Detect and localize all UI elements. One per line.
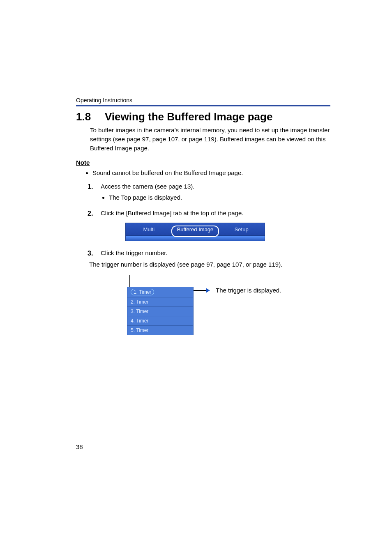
- step-2: 2. Click the [Buffered Image] tab at the…: [88, 209, 330, 219]
- page-number: 38: [76, 443, 83, 450]
- running-header: Operating Instructions: [76, 97, 330, 104]
- note-label: Note: [76, 159, 330, 166]
- tab-buffered-image-label: Buffered Image: [177, 226, 214, 233]
- trigger-caption: The trigger number is displayed (see pag…: [89, 261, 330, 268]
- tab-multi-label: Multi: [143, 226, 154, 233]
- note-list: Sound cannot be buffered on the Buffered…: [92, 169, 330, 176]
- tab-multi[interactable]: Multi: [126, 226, 172, 233]
- step-3: 3. Click the trigger number.: [88, 249, 330, 258]
- callout-text: The trigger is displayed.: [216, 287, 281, 294]
- step-3-text: Click the trigger number.: [101, 249, 168, 256]
- step-1-sub-item: The Top page is displayed.: [109, 193, 330, 203]
- step-1: 1. Access the camera (see page 13). The …: [88, 182, 330, 206]
- callout-arrow-icon: [206, 288, 210, 293]
- tab-accent-bar: [125, 236, 265, 241]
- trigger-item-5-label: 5. Timer: [131, 327, 148, 333]
- trigger-item-4-label: 4. Timer: [131, 318, 148, 324]
- trigger-item-5[interactable]: 5. Timer: [127, 325, 193, 335]
- trigger-item-1[interactable]: 1. Timer: [127, 287, 193, 297]
- step-1-number: 1.: [88, 182, 101, 192]
- trigger-item-2-label: 2. Timer: [131, 299, 148, 305]
- step-1-sublist: The Top page is displayed.: [109, 193, 330, 203]
- step-1-text: Access the camera (see page 13).: [101, 183, 194, 190]
- section-title-text: Viewing the Buffered Image page: [105, 111, 272, 123]
- section-number: 1.8: [76, 111, 105, 123]
- trigger-item-4[interactable]: 4. Timer: [127, 316, 193, 325]
- tab-buffered-image[interactable]: Buffered Image: [172, 226, 219, 233]
- step-3-number: 3.: [88, 249, 101, 258]
- note-item: Sound cannot be buffered on the Buffered…: [92, 169, 330, 176]
- tab-bar: Multi Buffered Image Setup: [125, 223, 265, 236]
- trigger-panel: 1. Timer 2. Timer 3. Timer 4. Timer 5. T…: [127, 287, 194, 335]
- trigger-figure: The trigger is displayed. 1. Timer 2. Ti…: [129, 278, 330, 331]
- tab-setup-label: Setup: [235, 226, 249, 233]
- trigger-item-3-label: 3. Timer: [131, 309, 148, 314]
- trigger-item-2[interactable]: 2. Timer: [127, 297, 193, 306]
- header-rule: [76, 105, 330, 106]
- trigger-item-1-label: 1. Timer: [131, 289, 154, 295]
- section-heading: 1.8Viewing the Buffered Image page: [76, 111, 330, 123]
- trigger-item-3[interactable]: 3. Timer: [127, 306, 193, 316]
- tab-setup[interactable]: Setup: [218, 226, 265, 233]
- step-2-text: Click the [Buffered Image] tab at the to…: [101, 210, 243, 216]
- section-intro: To buffer images in the camera's interna…: [90, 126, 330, 152]
- step-2-number: 2.: [88, 209, 101, 219]
- tab-bar-figure: Multi Buffered Image Setup: [125, 223, 265, 241]
